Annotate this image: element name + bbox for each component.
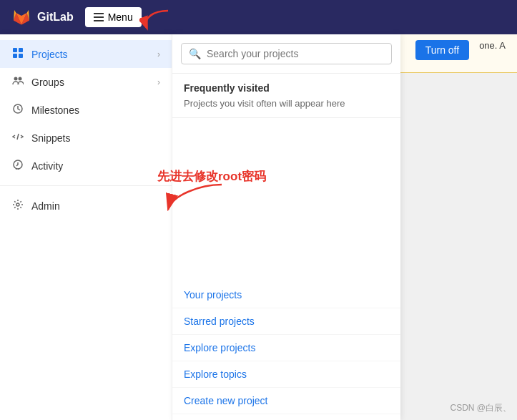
menu-button[interactable]: Menu — [85, 7, 142, 27]
your-projects-link[interactable]: Your projects — [172, 282, 400, 308]
left-menu-panel: Projects › Groups › — [0, 34, 172, 420]
activity-icon — [11, 159, 24, 172]
projects-item-left: Projects — [11, 47, 68, 61]
arrow-decoration — [139, 7, 175, 34]
milestones-icon — [11, 103, 24, 117]
groups-label: Groups — [31, 77, 64, 88]
snippets-label: Snippets — [31, 132, 70, 144]
sidebar-item-snippets[interactable]: Snippets — [0, 124, 172, 152]
gitlab-logo[interactable]: GitLab — [11, 7, 74, 27]
frequently-visited-title: Frequently visited — [184, 82, 389, 94]
gitlab-logo-icon — [11, 7, 31, 27]
svg-point-5 — [19, 77, 22, 81]
menu-label: Menu — [108, 11, 133, 23]
search-input[interactable] — [207, 48, 384, 59]
search-box: 🔍 — [172, 34, 400, 74]
sidebar-item-activity[interactable]: Activity — [0, 152, 172, 180]
svg-point-8 — [16, 203, 19, 206]
sidebar-item-admin[interactable]: Admin — [0, 192, 172, 220]
svg-rect-0 — [13, 48, 17, 52]
explore-projects-link[interactable]: Explore projects — [172, 335, 400, 361]
gitlab-logo-label: GitLab — [37, 11, 74, 24]
groups-icon — [11, 75, 24, 89]
admin-label: Admin — [31, 200, 60, 212]
groups-chevron: › — [157, 77, 160, 87]
activity-item-left: Activity — [11, 159, 63, 172]
hamburger-icon — [94, 13, 104, 21]
snippets-icon — [11, 131, 24, 145]
frequently-visited-subtitle: Projects you visit often will appear her… — [184, 98, 389, 109]
sidebar-item-groups[interactable]: Groups › — [0, 68, 172, 96]
sidebar-item-milestones[interactable]: Milestones — [0, 96, 172, 124]
dropdown-overlay: Projects › Groups › — [0, 34, 517, 420]
frequently-visited-section: Frequently visited Projects you visit of… — [172, 74, 400, 118]
navbar: GitLab Menu — [0, 0, 517, 34]
activity-label: Activity — [31, 160, 63, 172]
starred-projects-link[interactable]: Starred projects — [172, 308, 400, 335]
project-links: Your projects Starred projects Explore p… — [172, 118, 400, 420]
sidebar-item-projects[interactable]: Projects › — [0, 40, 172, 68]
snippets-item-left: Snippets — [11, 131, 70, 145]
search-input-wrapper[interactable]: 🔍 — [181, 43, 392, 64]
projects-chevron: › — [157, 49, 160, 59]
milestones-label: Milestones — [31, 104, 79, 116]
projects-icon — [11, 47, 24, 61]
create-new-project-link[interactable]: Create new project — [172, 388, 400, 414]
csdn-watermark: CSDN @白辰、 — [450, 402, 511, 414]
admin-icon — [11, 199, 24, 213]
groups-item-left: Groups — [11, 75, 64, 89]
svg-point-4 — [14, 77, 18, 81]
svg-rect-3 — [19, 54, 23, 58]
menu-divider — [0, 185, 172, 186]
search-panel: 🔍 Frequently visited Projects you visit … — [172, 34, 400, 420]
projects-label: Projects — [31, 49, 68, 60]
milestones-item-left: Milestones — [11, 103, 79, 117]
explore-topics-link[interactable]: Explore topics — [172, 361, 400, 388]
svg-rect-2 — [13, 54, 17, 58]
search-icon: 🔍 — [189, 48, 201, 59]
svg-rect-1 — [19, 48, 23, 52]
